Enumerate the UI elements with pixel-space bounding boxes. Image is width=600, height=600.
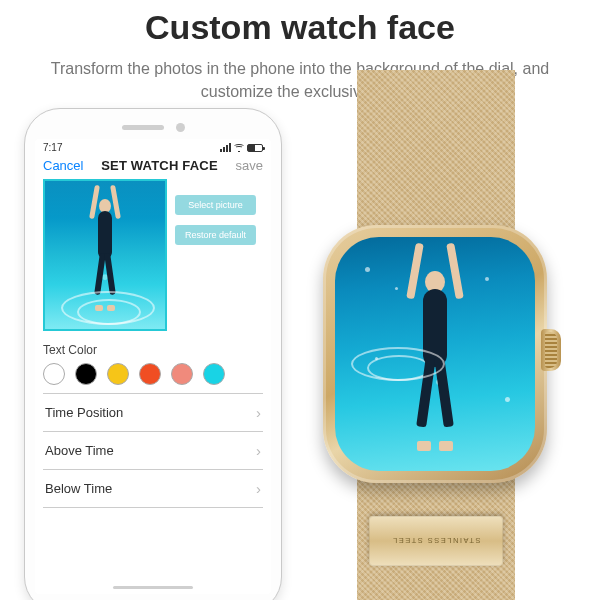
wifi-icon: [234, 144, 244, 152]
color-swatch-cyan[interactable]: [203, 363, 225, 385]
nav-bar: Cancel SET WATCH FACE save: [35, 154, 271, 179]
smartwatch-mockup: STAINLESS STEEL: [281, 100, 586, 600]
row-label: Below Time: [45, 481, 112, 496]
watch-crown[interactable]: [541, 329, 561, 371]
watch-screen[interactable]: [335, 237, 535, 471]
row-above-time[interactable]: Above Time ›: [43, 431, 263, 469]
color-swatch-yellow[interactable]: [107, 363, 129, 385]
chevron-right-icon: ›: [256, 480, 261, 497]
restore-default-button[interactable]: Restore default: [175, 225, 256, 245]
camera-icon: [176, 123, 185, 132]
status-time: 7:17: [43, 142, 62, 153]
row-time-position[interactable]: Time Position ›: [43, 393, 263, 431]
cancel-button[interactable]: Cancel: [43, 158, 83, 173]
speaker-icon: [122, 125, 164, 130]
phone-mockup: 7:17 Cancel SET WATCH FACE save: [24, 108, 282, 600]
color-swatch-white[interactable]: [43, 363, 65, 385]
chevron-right-icon: ›: [256, 442, 261, 459]
phone-screen: 7:17 Cancel SET WATCH FACE save: [35, 139, 271, 594]
nav-title: SET WATCH FACE: [101, 158, 218, 173]
clasp-text: STAINLESS STEEL: [391, 537, 480, 546]
row-below-time[interactable]: Below Time ›: [43, 469, 263, 508]
watch-band-top: [357, 70, 515, 240]
chevron-right-icon: ›: [256, 404, 261, 421]
home-indicator-icon: [113, 586, 193, 589]
watch-case: [323, 225, 547, 483]
page-heading: Custom watch face: [0, 8, 600, 47]
status-bar: 7:17: [35, 139, 271, 154]
color-swatch-orange[interactable]: [139, 363, 161, 385]
battery-icon: [247, 144, 263, 152]
cell-signal-icon: [220, 143, 231, 152]
watch-clasp: STAINLESS STEEL: [369, 516, 503, 566]
color-swatch-coral[interactable]: [171, 363, 193, 385]
watchface-preview[interactable]: [43, 179, 167, 331]
color-swatches: [43, 363, 263, 385]
color-swatch-black[interactable]: [75, 363, 97, 385]
save-button[interactable]: save: [236, 158, 263, 173]
phone-notch: [103, 118, 203, 136]
select-picture-button[interactable]: Select picture: [175, 195, 256, 215]
row-label: Time Position: [45, 405, 123, 420]
row-label: Above Time: [45, 443, 114, 458]
text-color-label: Text Color: [43, 343, 263, 357]
